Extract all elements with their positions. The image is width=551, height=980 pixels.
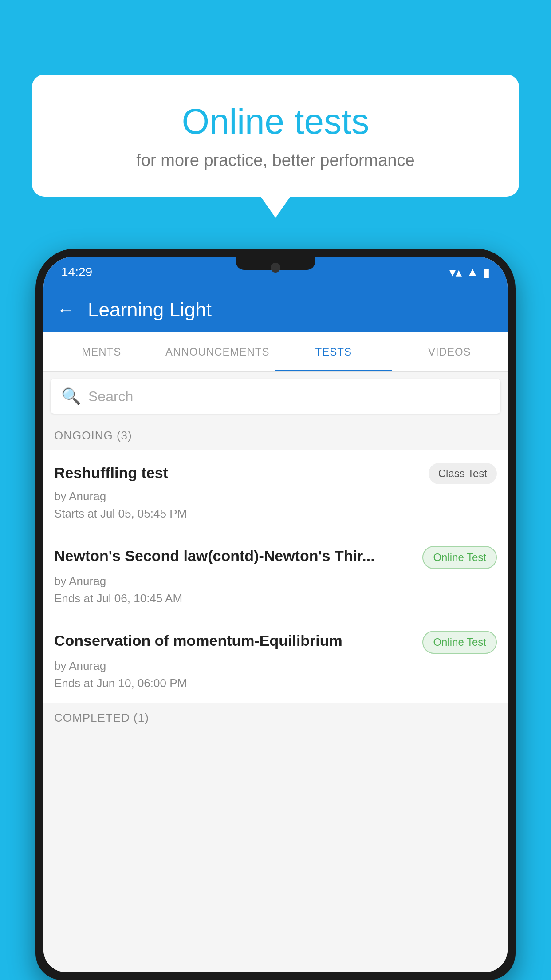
test-card-2[interactable]: Newton's Second law(contd)-Newton's Thir… <box>43 533 508 618</box>
test-card-3-header: Conservation of momentum-Equilibrium Onl… <box>54 631 497 654</box>
test-card-1[interactable]: Reshuffling test Class Test by Anurag St… <box>43 450 508 533</box>
camera-notch <box>271 263 280 273</box>
test-date-3: Ends at Jun 10, 06:00 PM <box>54 676 497 690</box>
test-title-3: Conservation of momentum-Equilibrium <box>54 631 422 650</box>
status-icons: ▾▴ ▲ ▮ <box>449 265 490 280</box>
test-by-2: by Anurag <box>54 574 497 588</box>
test-title-2: Newton's Second law(contd)-Newton's Thir… <box>54 546 422 565</box>
tab-bar: MENTS ANNOUNCEMENTS TESTS VIDEOS <box>43 332 508 372</box>
tab-tests[interactable]: TESTS <box>276 332 392 371</box>
search-placeholder: Search <box>88 388 133 405</box>
test-card-1-header: Reshuffling test Class Test <box>54 463 497 484</box>
tab-ments[interactable]: MENTS <box>43 332 160 371</box>
bubble-subtitle: for more practice, better performance <box>67 151 484 170</box>
back-button[interactable]: ← <box>57 300 75 320</box>
test-badge-3: Online Test <box>422 631 497 654</box>
status-time: 14:29 <box>61 265 92 279</box>
ongoing-section-header: ONGOING (3) <box>43 421 508 450</box>
test-card-2-header: Newton's Second law(contd)-Newton's Thir… <box>54 546 497 569</box>
phone-frame: 14:29 ▾▴ ▲ ▮ ← Learning Light MENTS ANNO… <box>35 249 516 980</box>
test-badge-2: Online Test <box>422 546 497 569</box>
test-by-3: by Anurag <box>54 659 497 673</box>
phone-inner: 14:29 ▾▴ ▲ ▮ ← Learning Light MENTS ANNO… <box>43 257 508 972</box>
test-badge-1: Class Test <box>429 463 497 484</box>
search-icon: 🔍 <box>61 387 81 406</box>
content-area: 🔍 Search ONGOING (3) Reshuffling test Cl… <box>43 372 508 972</box>
completed-section-header: COMPLETED (1) <box>43 703 508 733</box>
speech-bubble: Online tests for more practice, better p… <box>32 75 519 197</box>
app-title: Learning Light <box>88 299 212 321</box>
battery-icon: ▮ <box>483 265 490 280</box>
test-date-2: Ends at Jul 06, 10:45 AM <box>54 592 497 605</box>
wifi-icon: ▾▴ <box>449 265 462 280</box>
bubble-title: Online tests <box>67 101 484 142</box>
test-date-1: Starts at Jul 05, 05:45 PM <box>54 507 497 521</box>
test-card-3[interactable]: Conservation of momentum-Equilibrium Onl… <box>43 618 508 703</box>
status-bar: 14:29 ▾▴ ▲ ▮ <box>43 257 508 288</box>
search-bar[interactable]: 🔍 Search <box>51 379 500 414</box>
test-title-1: Reshuffling test <box>54 463 429 482</box>
test-by-1: by Anurag <box>54 490 497 503</box>
signal-icon: ▲ <box>466 265 479 279</box>
app-bar: ← Learning Light <box>43 288 508 332</box>
tab-announcements[interactable]: ANNOUNCEMENTS <box>160 332 276 371</box>
tab-videos[interactable]: VIDEOS <box>392 332 508 371</box>
